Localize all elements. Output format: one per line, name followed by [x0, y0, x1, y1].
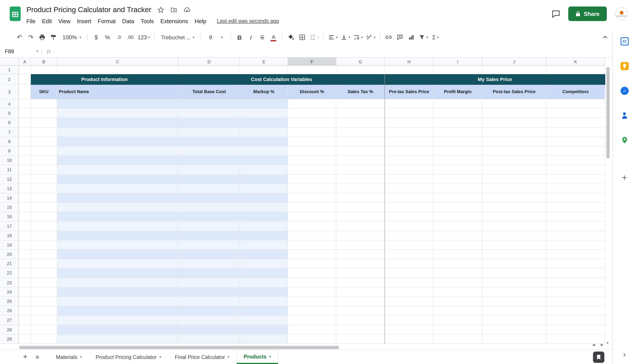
cell-C[interactable]	[57, 99, 178, 109]
row-header-21[interactable]: 21	[0, 259, 19, 269]
cell-D[interactable]	[178, 146, 240, 156]
cell-H[interactable]	[385, 212, 433, 222]
cell-H[interactable]	[385, 269, 433, 278]
sheet-tab-menu-icon[interactable]: ▾	[228, 355, 229, 359]
cell-K[interactable]	[546, 174, 605, 184]
cell-E[interactable]	[240, 109, 288, 118]
row-header-17[interactable]: 17	[0, 222, 19, 231]
cell-C[interactable]	[57, 288, 178, 297]
cell-D[interactable]	[178, 316, 240, 325]
cell-C[interactable]	[57, 334, 178, 344]
cell-J[interactable]	[482, 269, 546, 278]
cell-F[interactable]	[288, 193, 336, 203]
cell-G[interactable]	[336, 250, 385, 259]
cell-A[interactable]	[19, 306, 31, 316]
cell-A[interactable]	[19, 212, 31, 222]
row-header-15[interactable]: 15	[0, 203, 19, 212]
cell-G[interactable]	[336, 306, 385, 316]
cell-J[interactable]	[482, 288, 546, 297]
cell-E[interactable]	[240, 278, 288, 288]
cell-D[interactable]	[178, 278, 240, 288]
cell-H[interactable]	[385, 325, 433, 334]
cell-A[interactable]	[19, 193, 31, 203]
cell-J[interactable]	[482, 118, 546, 128]
cell-D[interactable]	[178, 212, 240, 222]
column-header-K[interactable]: K	[546, 58, 605, 66]
insert-comment-button[interactable]	[394, 32, 406, 43]
cell-F[interactable]	[288, 231, 336, 240]
cell-G[interactable]	[336, 288, 385, 297]
table-header-pre-tax-sales-price[interactable]: Pre-tax Sales Price	[385, 85, 433, 99]
cell-F[interactable]	[288, 109, 336, 118]
column-header-G[interactable]: G	[336, 58, 385, 66]
add-sheet-button[interactable]: +	[19, 351, 31, 363]
cell-F[interactable]	[288, 334, 336, 344]
cell-C[interactable]	[57, 118, 178, 128]
cell-J[interactable]	[482, 212, 546, 222]
cell-C[interactable]	[57, 128, 178, 137]
row-header-11[interactable]: 11	[0, 165, 19, 174]
table-header-product-name[interactable]: Product Name	[57, 85, 178, 99]
cell-A[interactable]	[19, 222, 31, 231]
cell-H[interactable]	[385, 288, 433, 297]
cell-D[interactable]	[178, 297, 240, 306]
cell-G[interactable]	[336, 325, 385, 334]
cell-B[interactable]	[31, 156, 57, 165]
cell-A[interactable]	[19, 288, 31, 297]
share-button[interactable]: Share	[568, 6, 607, 21]
cell-A[interactable]	[19, 250, 31, 259]
cell-K[interactable]	[546, 193, 605, 203]
cell-J[interactable]	[482, 240, 546, 250]
cell-C[interactable]	[57, 174, 178, 184]
cell-H[interactable]	[385, 250, 433, 259]
menu-tools[interactable]: Tools	[137, 16, 157, 25]
cell-H[interactable]	[385, 99, 433, 109]
cell-H[interactable]	[385, 297, 433, 306]
cell-E[interactable]	[240, 222, 288, 231]
name-box[interactable]: F89 ▾	[0, 46, 41, 57]
cell-G[interactable]	[336, 203, 385, 212]
cell-H[interactable]	[385, 128, 433, 137]
cell-J[interactable]	[482, 66, 546, 74]
row-header-18[interactable]: 18	[0, 231, 19, 240]
decrease-decimals-button[interactable]: .0	[113, 32, 124, 43]
table-header-discount[interactable]: Discount %	[288, 85, 336, 99]
cell-B[interactable]	[31, 165, 57, 174]
cell-C[interactable]	[57, 66, 178, 74]
redo-button[interactable]: ↷	[25, 32, 37, 43]
cell-G[interactable]	[336, 193, 385, 203]
cell-H[interactable]	[385, 146, 433, 156]
cell-B[interactable]	[31, 184, 57, 193]
cell-C[interactable]	[57, 278, 178, 288]
functions-button[interactable]: Σ▾	[430, 32, 441, 43]
horizontal-scrollbar[interactable]	[19, 346, 592, 350]
cell-E[interactable]	[240, 203, 288, 212]
cell-F[interactable]	[288, 288, 336, 297]
merge-cells-button[interactable]: ▾	[308, 32, 321, 43]
cell-F[interactable]	[288, 306, 336, 316]
cell-H[interactable]	[385, 109, 433, 118]
menu-insert[interactable]: Insert	[74, 16, 95, 25]
cell-G[interactable]	[336, 156, 385, 165]
cell-E[interactable]	[240, 259, 288, 269]
row-header-13[interactable]: 13	[0, 184, 19, 193]
section-header-cost-calculation-variables[interactable]: Cost Calculation Variables	[178, 74, 385, 85]
star-icon[interactable]	[158, 6, 164, 13]
cell-I[interactable]	[433, 184, 482, 193]
sheet-tab-menu-icon[interactable]: ▾	[160, 355, 161, 359]
cloud-save-status-icon[interactable]	[183, 6, 191, 14]
insert-chart-button[interactable]	[406, 32, 417, 43]
column-header-J[interactable]: J	[482, 58, 546, 66]
cell-I[interactable]	[433, 137, 482, 146]
cell-D[interactable]	[178, 193, 240, 203]
cell-A[interactable]	[19, 269, 31, 278]
cell-D[interactable]	[178, 137, 240, 146]
scroll-left-button[interactable]: ◀	[592, 342, 595, 346]
cell-D[interactable]	[178, 174, 240, 184]
cell-I[interactable]	[433, 316, 482, 325]
cell-E[interactable]	[240, 297, 288, 306]
cell-F[interactable]	[288, 137, 336, 146]
cell-B[interactable]	[31, 66, 57, 74]
cell-H[interactable]	[385, 231, 433, 240]
cell-B[interactable]	[31, 118, 57, 128]
